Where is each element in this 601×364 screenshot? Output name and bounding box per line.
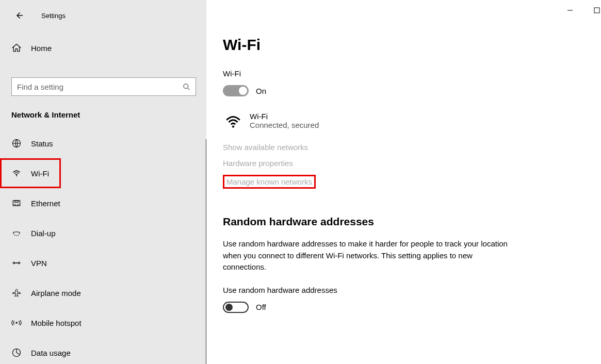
nav-item-datausage[interactable]: Data usage (0, 338, 206, 364)
nav-item-ethernet[interactable]: Ethernet (0, 188, 206, 218)
maximize-button[interactable] (593, 6, 601, 14)
nav-hotspot-label: Mobile hotspot (31, 319, 82, 327)
wifi-toggle[interactable] (223, 85, 249, 96)
svg-point-16 (16, 262, 17, 263)
link-manage-known-networks[interactable]: Manage known networks (223, 175, 316, 189)
home-icon (11, 43, 22, 53)
nav-dialup-label: Dial-up (31, 229, 56, 238)
svg-point-0 (184, 84, 188, 88)
home-label: Home (31, 44, 52, 53)
nav-ethernet-label: Ethernet (31, 199, 60, 208)
svg-point-12 (18, 235, 19, 236)
search-box[interactable] (11, 77, 196, 96)
arrow-left-icon (15, 11, 24, 20)
nav-datausage-label: Data usage (31, 349, 71, 357)
random-hw-toggle[interactable] (223, 302, 249, 313)
nav-item-status[interactable]: Status (0, 128, 206, 158)
network-name: Wi-Fi (250, 112, 319, 121)
random-hw-toggle-row: Off (223, 302, 580, 313)
random-hw-toggle-label: Use random hardware addresses (223, 286, 580, 294)
nav-item-wifi[interactable]: Wi-Fi (0, 158, 61, 188)
svg-line-1 (187, 88, 189, 90)
svg-point-14 (18, 262, 20, 263)
nav-item-dialup[interactable]: Dial-up (0, 218, 206, 248)
hotspot-icon (11, 318, 22, 328)
titlebar: Settings (0, 0, 206, 25)
random-hw-description: Use random hardware addresses to make it… (223, 238, 512, 273)
wifi-toggle-label: Wi-Fi (223, 69, 580, 78)
dialup-icon (11, 228, 22, 238)
svg-point-21 (232, 125, 234, 127)
main-content: Wi-Fi Wi-Fi On Wi-Fi Connected, secured … (206, 0, 601, 364)
airplane-icon (11, 288, 22, 298)
wifi-toggle-row: On (223, 85, 580, 96)
vpn-icon (11, 258, 22, 268)
current-network-row[interactable]: Wi-Fi Connected, secured (223, 112, 580, 133)
random-hw-toggle-state: Off (256, 303, 266, 311)
random-hw-header: Random hardware addresses (223, 216, 580, 228)
svg-point-3 (16, 175, 17, 176)
nav-vpn-label: VPN (31, 259, 47, 268)
category-title: Network & Internet (11, 110, 206, 119)
network-status: Connected, secured (250, 121, 319, 129)
settings-sidebar: Settings Home Network & Internet Status … (0, 0, 206, 364)
minimize-button[interactable] (566, 6, 574, 14)
nav-status-label: Status (31, 139, 53, 148)
svg-point-10 (16, 235, 17, 236)
window-controls (566, 6, 601, 14)
svg-rect-20 (594, 8, 599, 13)
search-icon (183, 83, 190, 91)
wifi-icon (11, 168, 22, 178)
nav-list: Status Wi-Fi Ethernet Dial-up VPN Airpla… (0, 128, 206, 364)
ethernet-icon (11, 198, 22, 208)
svg-point-17 (15, 322, 17, 323)
data-usage-icon (11, 348, 22, 358)
svg-point-11 (14, 235, 15, 236)
window-title: Settings (41, 12, 66, 20)
home-nav-item[interactable]: Home (0, 36, 206, 60)
link-hardware-properties[interactable]: Hardware properties (223, 159, 580, 168)
page-title: Wi-Fi (223, 36, 580, 54)
search-input[interactable] (17, 82, 183, 91)
nav-item-vpn[interactable]: VPN (0, 248, 206, 278)
wifi-toggle-state: On (256, 87, 266, 95)
nav-wifi-label: Wi-Fi (31, 169, 49, 178)
nav-item-hotspot[interactable]: Mobile hotspot (0, 308, 206, 338)
svg-rect-5 (15, 201, 19, 202)
link-show-available-networks[interactable]: Show available networks (223, 143, 580, 152)
nav-airplane-label: Airplane mode (31, 289, 81, 297)
wifi-signal-icon (223, 112, 243, 133)
globe-icon (11, 138, 22, 148)
svg-point-13 (13, 262, 14, 263)
back-button[interactable] (13, 9, 26, 22)
nav-item-airplane[interactable]: Airplane mode (0, 278, 206, 308)
